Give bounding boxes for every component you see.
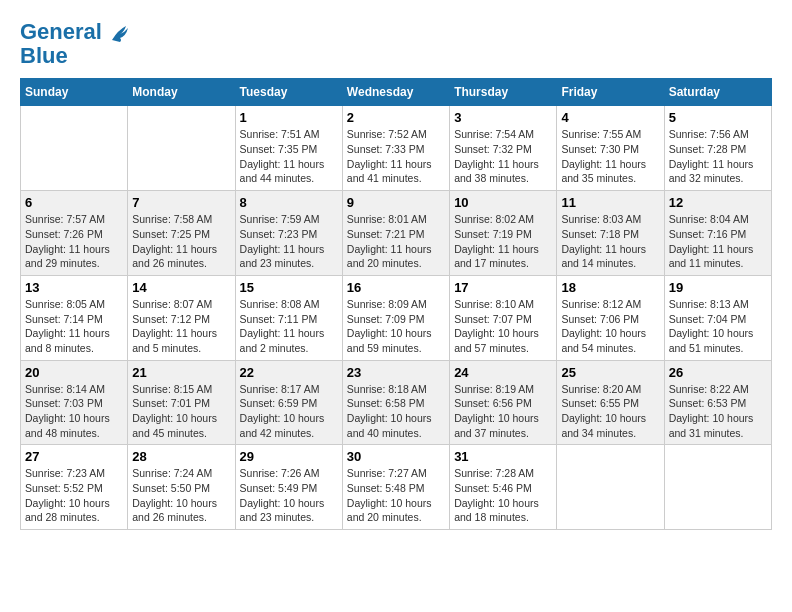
day-number: 29 (240, 449, 338, 464)
calendar-cell: 1Sunrise: 7:51 AM Sunset: 7:35 PM Daylig… (235, 106, 342, 191)
calendar-cell: 7Sunrise: 7:58 AM Sunset: 7:25 PM Daylig… (128, 191, 235, 276)
weekday-header-monday: Monday (128, 79, 235, 106)
calendar-cell: 21Sunrise: 8:15 AM Sunset: 7:01 PM Dayli… (128, 360, 235, 445)
calendar-cell (557, 445, 664, 530)
calendar-week-row: 27Sunrise: 7:23 AM Sunset: 5:52 PM Dayli… (21, 445, 772, 530)
day-number: 14 (132, 280, 230, 295)
calendar-cell: 31Sunrise: 7:28 AM Sunset: 5:46 PM Dayli… (450, 445, 557, 530)
calendar-cell: 17Sunrise: 8:10 AM Sunset: 7:07 PM Dayli… (450, 275, 557, 360)
day-info: Sunrise: 7:23 AM Sunset: 5:52 PM Dayligh… (25, 466, 123, 525)
day-info: Sunrise: 8:04 AM Sunset: 7:16 PM Dayligh… (669, 212, 767, 271)
day-number: 26 (669, 365, 767, 380)
calendar-cell: 24Sunrise: 8:19 AM Sunset: 6:56 PM Dayli… (450, 360, 557, 445)
day-info: Sunrise: 7:52 AM Sunset: 7:33 PM Dayligh… (347, 127, 445, 186)
day-number: 21 (132, 365, 230, 380)
day-info: Sunrise: 7:57 AM Sunset: 7:26 PM Dayligh… (25, 212, 123, 271)
day-number: 10 (454, 195, 552, 210)
calendar-cell: 8Sunrise: 7:59 AM Sunset: 7:23 PM Daylig… (235, 191, 342, 276)
calendar-cell: 16Sunrise: 8:09 AM Sunset: 7:09 PM Dayli… (342, 275, 449, 360)
day-info: Sunrise: 7:56 AM Sunset: 7:28 PM Dayligh… (669, 127, 767, 186)
weekday-header-row: SundayMondayTuesdayWednesdayThursdayFrid… (21, 79, 772, 106)
day-info: Sunrise: 7:24 AM Sunset: 5:50 PM Dayligh… (132, 466, 230, 525)
page-header: General Blue (20, 20, 772, 68)
day-info: Sunrise: 8:07 AM Sunset: 7:12 PM Dayligh… (132, 297, 230, 356)
day-number: 9 (347, 195, 445, 210)
day-info: Sunrise: 7:54 AM Sunset: 7:32 PM Dayligh… (454, 127, 552, 186)
day-info: Sunrise: 8:15 AM Sunset: 7:01 PM Dayligh… (132, 382, 230, 441)
day-info: Sunrise: 7:26 AM Sunset: 5:49 PM Dayligh… (240, 466, 338, 525)
day-number: 13 (25, 280, 123, 295)
day-info: Sunrise: 7:58 AM Sunset: 7:25 PM Dayligh… (132, 212, 230, 271)
day-info: Sunrise: 7:27 AM Sunset: 5:48 PM Dayligh… (347, 466, 445, 525)
day-info: Sunrise: 8:13 AM Sunset: 7:04 PM Dayligh… (669, 297, 767, 356)
day-number: 25 (561, 365, 659, 380)
day-number: 2 (347, 110, 445, 125)
weekday-header-sunday: Sunday (21, 79, 128, 106)
day-info: Sunrise: 7:59 AM Sunset: 7:23 PM Dayligh… (240, 212, 338, 271)
calendar-cell: 30Sunrise: 7:27 AM Sunset: 5:48 PM Dayli… (342, 445, 449, 530)
day-number: 20 (25, 365, 123, 380)
calendar-cell (21, 106, 128, 191)
day-info: Sunrise: 8:01 AM Sunset: 7:21 PM Dayligh… (347, 212, 445, 271)
day-number: 23 (347, 365, 445, 380)
calendar-cell: 10Sunrise: 8:02 AM Sunset: 7:19 PM Dayli… (450, 191, 557, 276)
day-info: Sunrise: 8:18 AM Sunset: 6:58 PM Dayligh… (347, 382, 445, 441)
day-info: Sunrise: 8:05 AM Sunset: 7:14 PM Dayligh… (25, 297, 123, 356)
calendar-week-row: 6Sunrise: 7:57 AM Sunset: 7:26 PM Daylig… (21, 191, 772, 276)
calendar-cell: 6Sunrise: 7:57 AM Sunset: 7:26 PM Daylig… (21, 191, 128, 276)
weekday-header-tuesday: Tuesday (235, 79, 342, 106)
calendar-cell: 25Sunrise: 8:20 AM Sunset: 6:55 PM Dayli… (557, 360, 664, 445)
calendar-cell: 9Sunrise: 8:01 AM Sunset: 7:21 PM Daylig… (342, 191, 449, 276)
day-number: 15 (240, 280, 338, 295)
day-info: Sunrise: 8:20 AM Sunset: 6:55 PM Dayligh… (561, 382, 659, 441)
day-number: 11 (561, 195, 659, 210)
weekday-header-wednesday: Wednesday (342, 79, 449, 106)
calendar-cell: 26Sunrise: 8:22 AM Sunset: 6:53 PM Dayli… (664, 360, 771, 445)
calendar-week-row: 13Sunrise: 8:05 AM Sunset: 7:14 PM Dayli… (21, 275, 772, 360)
logo-bird-icon (110, 22, 128, 44)
day-number: 5 (669, 110, 767, 125)
calendar-cell: 14Sunrise: 8:07 AM Sunset: 7:12 PM Dayli… (128, 275, 235, 360)
day-number: 19 (669, 280, 767, 295)
day-number: 22 (240, 365, 338, 380)
calendar-cell: 15Sunrise: 8:08 AM Sunset: 7:11 PM Dayli… (235, 275, 342, 360)
day-number: 6 (25, 195, 123, 210)
day-info: Sunrise: 8:03 AM Sunset: 7:18 PM Dayligh… (561, 212, 659, 271)
day-info: Sunrise: 8:08 AM Sunset: 7:11 PM Dayligh… (240, 297, 338, 356)
calendar-cell: 27Sunrise: 7:23 AM Sunset: 5:52 PM Dayli… (21, 445, 128, 530)
calendar-cell: 13Sunrise: 8:05 AM Sunset: 7:14 PM Dayli… (21, 275, 128, 360)
logo: General Blue (20, 20, 128, 68)
day-number: 18 (561, 280, 659, 295)
calendar-cell: 20Sunrise: 8:14 AM Sunset: 7:03 PM Dayli… (21, 360, 128, 445)
logo-general: General (20, 19, 102, 44)
day-info: Sunrise: 8:12 AM Sunset: 7:06 PM Dayligh… (561, 297, 659, 356)
day-info: Sunrise: 8:22 AM Sunset: 6:53 PM Dayligh… (669, 382, 767, 441)
calendar-cell: 18Sunrise: 8:12 AM Sunset: 7:06 PM Dayli… (557, 275, 664, 360)
day-number: 17 (454, 280, 552, 295)
calendar-table: SundayMondayTuesdayWednesdayThursdayFrid… (20, 78, 772, 530)
day-number: 16 (347, 280, 445, 295)
day-number: 4 (561, 110, 659, 125)
day-info: Sunrise: 8:19 AM Sunset: 6:56 PM Dayligh… (454, 382, 552, 441)
weekday-header-friday: Friday (557, 79, 664, 106)
calendar-cell: 29Sunrise: 7:26 AM Sunset: 5:49 PM Dayli… (235, 445, 342, 530)
day-number: 7 (132, 195, 230, 210)
calendar-cell: 4Sunrise: 7:55 AM Sunset: 7:30 PM Daylig… (557, 106, 664, 191)
calendar-cell (664, 445, 771, 530)
day-number: 27 (25, 449, 123, 464)
day-number: 3 (454, 110, 552, 125)
calendar-cell: 2Sunrise: 7:52 AM Sunset: 7:33 PM Daylig… (342, 106, 449, 191)
calendar-cell (128, 106, 235, 191)
day-info: Sunrise: 7:55 AM Sunset: 7:30 PM Dayligh… (561, 127, 659, 186)
calendar-cell: 3Sunrise: 7:54 AM Sunset: 7:32 PM Daylig… (450, 106, 557, 191)
day-info: Sunrise: 8:09 AM Sunset: 7:09 PM Dayligh… (347, 297, 445, 356)
calendar-cell: 23Sunrise: 8:18 AM Sunset: 6:58 PM Dayli… (342, 360, 449, 445)
logo-blue: Blue (20, 43, 68, 68)
day-info: Sunrise: 7:28 AM Sunset: 5:46 PM Dayligh… (454, 466, 552, 525)
day-number: 8 (240, 195, 338, 210)
calendar-cell: 28Sunrise: 7:24 AM Sunset: 5:50 PM Dayli… (128, 445, 235, 530)
day-info: Sunrise: 8:17 AM Sunset: 6:59 PM Dayligh… (240, 382, 338, 441)
calendar-cell: 22Sunrise: 8:17 AM Sunset: 6:59 PM Dayli… (235, 360, 342, 445)
day-number: 30 (347, 449, 445, 464)
calendar-cell: 19Sunrise: 8:13 AM Sunset: 7:04 PM Dayli… (664, 275, 771, 360)
